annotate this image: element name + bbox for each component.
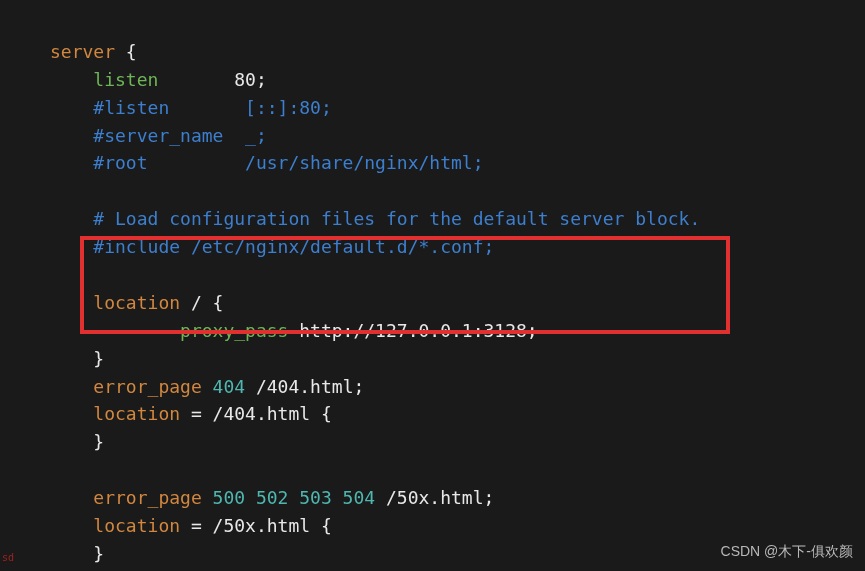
line-16: } bbox=[50, 543, 104, 564]
code-block: server { listen 80; #listen [::]:80; #se… bbox=[0, 0, 865, 571]
keyword-location: location bbox=[93, 292, 180, 313]
line-15: location = /50x.html { bbox=[50, 515, 332, 536]
line-3-comment: #listen [::]:80; bbox=[50, 97, 332, 118]
keyword-server: server bbox=[50, 41, 115, 62]
keyword-location: location bbox=[93, 403, 180, 424]
watermark-text: CSDN @木下-俱欢颜 bbox=[721, 541, 853, 563]
line-4-comment: #server_name _; bbox=[50, 125, 267, 146]
line-11: error_page 404 /404.html; bbox=[50, 376, 364, 397]
line-1: server { bbox=[50, 41, 137, 62]
line-6-comment: # Load configuration files for the defau… bbox=[50, 208, 700, 229]
directive-error-page: error_page bbox=[93, 487, 201, 508]
line-10: } bbox=[50, 348, 104, 369]
corner-marker: sd bbox=[2, 550, 14, 566]
line-13: } bbox=[50, 431, 104, 452]
line-7-comment: #include /etc/nginx/default.d/*.conf; bbox=[50, 236, 494, 257]
directive-proxy-pass: proxy_pass bbox=[180, 320, 288, 341]
line-14: error_page 500 502 503 504 /50x.html; bbox=[50, 487, 494, 508]
line-2: listen 80; bbox=[50, 69, 267, 90]
line-12: location = /404.html { bbox=[50, 403, 332, 424]
line-8: location / { bbox=[50, 292, 223, 313]
line-9: proxy_pass http://127.0.0.1:3128; bbox=[50, 320, 538, 341]
keyword-location: location bbox=[93, 515, 180, 536]
line-5-comment: #root /usr/share/nginx/html; bbox=[50, 152, 484, 173]
directive-listen: listen bbox=[93, 69, 158, 90]
directive-error-page: error_page bbox=[93, 376, 201, 397]
